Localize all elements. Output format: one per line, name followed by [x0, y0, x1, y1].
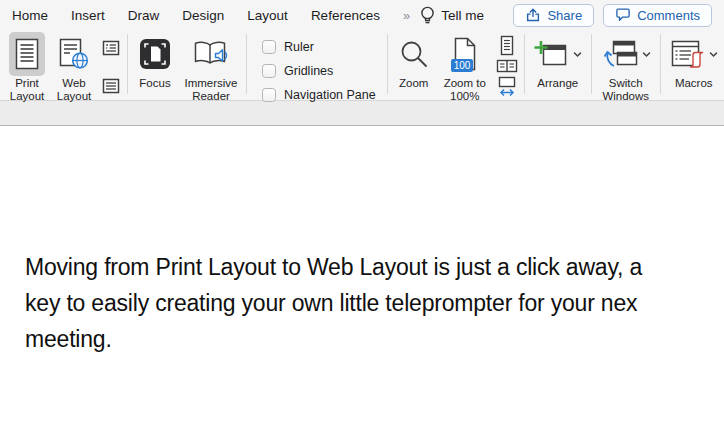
immersive-reader-label: Immersive Reader	[179, 77, 243, 103]
word-window: Home Insert Draw Design Layout Reference…	[0, 0, 724, 429]
web-layout-label: Web Layout	[50, 77, 98, 103]
menu-bar: Home Insert Draw Design Layout Reference…	[0, 0, 724, 30]
ribbon-group-views: Print Layout Web Layout	[4, 30, 124, 103]
share-button[interactable]: Share	[513, 4, 594, 27]
comment-icon	[615, 7, 631, 23]
gridlines-checkbox-row[interactable]: Gridlines	[262, 64, 376, 78]
switch-windows-icon	[600, 39, 638, 69]
ruler-checkbox[interactable]	[262, 40, 276, 54]
gridlines-checkbox[interactable]	[262, 64, 276, 78]
group-separator	[660, 34, 661, 94]
multiple-pages-icon	[496, 58, 518, 74]
chevron-down-icon[interactable]	[642, 51, 651, 58]
comments-button[interactable]: Comments	[603, 4, 712, 27]
document-text-line[interactable]: Moving from Print Layout to Web Layout i…	[25, 249, 724, 285]
one-page-button[interactable]	[499, 35, 515, 56]
arrange-button[interactable]: Arrange	[528, 32, 588, 90]
zoom-icon	[394, 32, 434, 76]
draft-view-icon	[101, 76, 121, 96]
lightbulb-icon	[420, 5, 435, 26]
zoom-to-100-button[interactable]: 100 Zoom to 100%	[437, 32, 493, 103]
tab-draw[interactable]: Draw	[128, 8, 160, 23]
chevron-down-icon[interactable]	[709, 51, 718, 58]
navigation-pane-checkbox-row[interactable]: Navigation Pane	[262, 88, 376, 102]
zoom-button[interactable]: Zoom	[391, 32, 437, 90]
switch-windows-label: Switch Windows	[595, 77, 657, 103]
print-layout-label: Print Layout	[4, 77, 50, 103]
outline-view-icon	[101, 38, 121, 58]
ribbon-group-arrange: Arrange	[528, 30, 588, 90]
views-mini-buttons	[101, 38, 121, 96]
immersive-reader-button[interactable]: Immersive Reader	[179, 32, 243, 103]
zoom-to-100-label: Zoom to 100%	[437, 77, 493, 103]
navigation-pane-label: Navigation Pane	[284, 88, 376, 102]
ribbon-group-zoom: Zoom 100 Zoom to 100%	[391, 30, 521, 103]
web-layout-button[interactable]: Web Layout	[50, 32, 98, 103]
tell-me-label: Tell me	[441, 8, 484, 23]
page-width-button[interactable]	[497, 76, 517, 97]
switch-windows-button[interactable]: Switch Windows	[595, 32, 657, 103]
document-text-line[interactable]: meeting.	[25, 321, 724, 357]
gridlines-label: Gridlines	[284, 64, 333, 78]
comments-label: Comments	[637, 8, 700, 23]
zoom-label: Zoom	[399, 77, 428, 90]
print-layout-icon	[9, 32, 45, 76]
zoom-mini-buttons	[496, 35, 518, 97]
zoom-100-badge: 100	[451, 59, 474, 72]
tell-me-button[interactable]: Tell me	[420, 5, 484, 26]
macros-label: Macros	[675, 77, 713, 90]
ribbon-view-tab: Print Layout Web Layout	[0, 30, 724, 100]
one-page-icon	[499, 35, 515, 56]
chevron-down-icon[interactable]	[573, 51, 582, 58]
ribbon-group-show: Ruler Gridlines Navigation Pane	[262, 40, 376, 102]
tab-references[interactable]: References	[311, 8, 380, 23]
web-layout-icon	[54, 32, 94, 76]
document-page[interactable]: Moving from Print Layout to Web Layout i…	[0, 126, 724, 427]
arrange-icon	[533, 39, 569, 69]
navigation-pane-checkbox[interactable]	[262, 88, 276, 102]
outline-view-button[interactable]	[101, 38, 121, 58]
group-separator	[591, 34, 592, 94]
draft-view-button[interactable]	[101, 76, 121, 96]
document-paragraph: Moving from Print Layout to Web Layout i…	[0, 126, 724, 357]
macros-icon	[669, 38, 705, 70]
macros-button[interactable]: Macros	[664, 32, 724, 90]
group-separator	[387, 34, 388, 94]
ribbon-bottom-strip	[0, 100, 724, 126]
share-label: Share	[547, 8, 582, 23]
zoom-to-100-icon: 100	[447, 32, 483, 76]
ruler-label: Ruler	[284, 40, 314, 54]
share-icon	[525, 7, 541, 23]
multiple-pages-button[interactable]	[496, 58, 518, 74]
focus-button[interactable]: Focus	[131, 32, 179, 90]
immersive-reader-icon	[186, 32, 236, 76]
document-text-line[interactable]: key to easily creating your own little t…	[25, 285, 724, 321]
tab-design[interactable]: Design	[182, 8, 224, 23]
ribbon-group-immersive: Focus Immersive Reader	[131, 30, 243, 103]
tab-home[interactable]: Home	[12, 8, 48, 23]
tab-overflow-chevrons[interactable]: »	[403, 8, 412, 23]
group-separator	[246, 34, 247, 94]
ribbon-group-macros: Macros	[664, 30, 724, 90]
focus-icon	[134, 32, 176, 76]
group-separator	[524, 34, 525, 94]
tab-layout[interactable]: Layout	[247, 8, 288, 23]
page-width-icon	[497, 76, 517, 97]
arrange-label: Arrange	[537, 77, 578, 90]
ruler-checkbox-row[interactable]: Ruler	[262, 40, 376, 54]
tab-insert[interactable]: Insert	[71, 8, 105, 23]
focus-label: Focus	[139, 77, 170, 90]
ribbon-group-switch-windows: Switch Windows	[595, 30, 657, 103]
print-layout-button[interactable]: Print Layout	[4, 32, 50, 103]
group-separator	[127, 34, 128, 94]
